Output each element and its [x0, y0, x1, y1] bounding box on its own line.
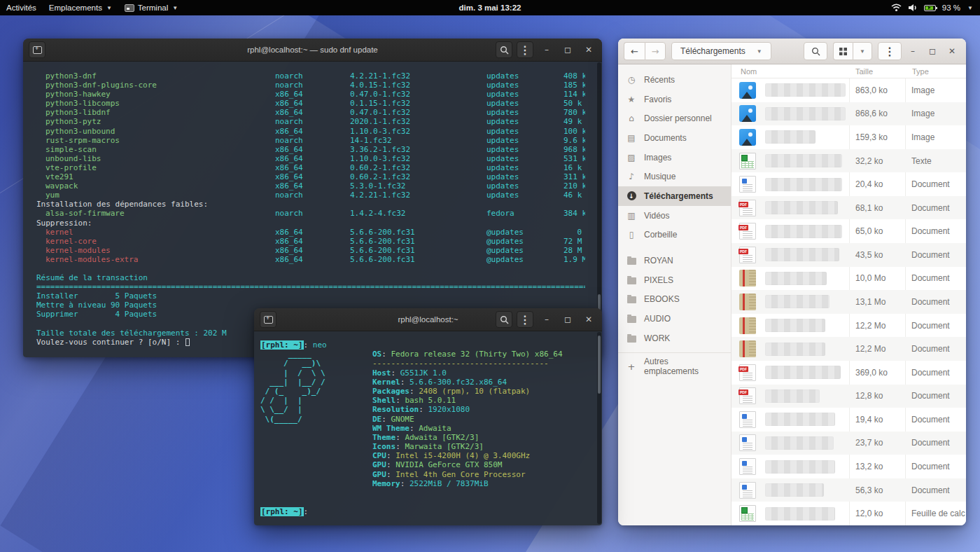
close-button[interactable]: ✕ [581, 45, 596, 55]
column-header-size[interactable]: Taille [849, 67, 905, 76]
file-row[interactable]: 43,5 koDocument [732, 243, 966, 267]
file-row[interactable]: 20,4 koDocument [732, 172, 966, 196]
terminal1-header-bar[interactable]: rphl@localhost:~ — sudo dnf update ⋮ – ◻… [23, 39, 602, 62]
back-button[interactable]: ← [624, 42, 645, 60]
maximize-button[interactable]: ◻ [924, 46, 941, 56]
column-header-name[interactable]: Nom [732, 67, 849, 76]
file-row[interactable]: 23,7 koDocument [732, 432, 966, 455]
file-type: Document [911, 415, 950, 425]
book-file-icon [739, 294, 756, 310]
maximize-button[interactable]: ◻ [560, 315, 575, 324]
terminal-text-line: Installation des dépendances faibles: [36, 200, 585, 209]
prompt-chip: [rphl: ~] [260, 340, 304, 350]
file-row[interactable]: 68,1 koDocument [732, 196, 966, 220]
system-status-area[interactable]: 93 % ▼ [891, 4, 980, 12]
search-icon [811, 47, 820, 56]
places-menu[interactable]: Emplacements ▼ [43, 0, 118, 15]
sidebar-item-label: EBOOKS [644, 294, 680, 304]
close-button[interactable]: ✕ [944, 46, 960, 56]
doc-file-icon [739, 176, 756, 193]
file-row[interactable]: 12,8 koDocument [732, 385, 966, 408]
scrollbar-handle[interactable] [598, 336, 601, 393]
sidebar-item-dossier-personnel[interactable]: ⌂Dossier personnel [618, 109, 731, 128]
search-button[interactable] [496, 41, 512, 58]
menu-button[interactable]: ⋮ [878, 42, 902, 60]
minimize-button[interactable]: – [539, 315, 554, 324]
doc-file-icon [739, 482, 756, 499]
pdf-file-icon [739, 364, 756, 381]
sidebar-item-recents[interactable]: ◷Récents [618, 70, 731, 90]
terminal2-scrollbar[interactable] [597, 332, 601, 524]
file-row[interactable]: 13,1 MoDocument [732, 290, 966, 314]
file-list: 863,0 koImage868,6 koImage159,3 koImage3… [732, 78, 966, 525]
file-size: 12,0 ko [855, 509, 883, 518]
sidebar-item-musique[interactable]: ♪Musique [618, 167, 731, 186]
sidebar-folder-audio[interactable]: AUDIO [618, 309, 731, 329]
sheet-file-icon [739, 505, 756, 522]
new-terminal-tab-button[interactable] [29, 41, 46, 58]
pdf-file-icon [739, 200, 756, 216]
pdf-file-icon [739, 247, 756, 263]
file-size: 10,0 Mo [855, 273, 886, 283]
file-type: Document [911, 203, 950, 213]
file-row[interactable]: 19,4 koDocument [732, 408, 966, 432]
sidebar-item-other-locations[interactable]: + Autres emplacements [618, 357, 731, 377]
terminal2-header-bar[interactable]: rphl@localhost:~ ⋮ – ◻ ✕ [254, 308, 602, 331]
file-type: Document [911, 250, 950, 260]
star-icon: ★ [626, 95, 636, 104]
menu-button[interactable]: ⋮ [517, 311, 533, 328]
terminal2-output[interactable]: [rphl: ~]: neo _____ / __)\ | / \ \ ___|… [254, 331, 602, 525]
minimize-button[interactable]: – [904, 46, 921, 56]
file-row[interactable]: 863,0 koImage [732, 78, 966, 102]
file-row[interactable]: 56,3 koDocument [732, 478, 966, 502]
activities-button[interactable]: Activités [0, 0, 43, 15]
file-row[interactable]: 369,0 koDocument [732, 361, 966, 385]
grid-view-button[interactable] [833, 42, 853, 60]
neofetch-line: OS: Fedora release 32 (Thirty Two) x86_6… [372, 350, 563, 359]
sidebar-item-images[interactable]: ▨Images [618, 148, 731, 167]
sidebar-item-telechargements[interactable]: ↓Téléchargements [618, 186, 731, 206]
forward-button[interactable]: → [645, 42, 666, 60]
file-row[interactable]: 12,2 MoDocument [732, 337, 966, 361]
minimize-button[interactable]: – [539, 45, 554, 55]
file-row[interactable]: 10,0 MoDocument [732, 267, 966, 291]
sidebar-folder-pixels[interactable]: PIXELS [618, 270, 731, 290]
search-icon [500, 315, 509, 324]
file-row[interactable]: 13,2 koDocument [732, 455, 966, 478]
list-column-headers[interactable]: Nom Taille Type [732, 64, 966, 78]
file-name-redacted [765, 343, 825, 356]
new-terminal-tab-button[interactable] [260, 311, 276, 328]
maximize-button[interactable]: ◻ [560, 45, 575, 55]
sidebar-item-documents[interactable]: ▤Documents [618, 128, 731, 148]
file-row[interactable]: 159,3 koImage [732, 125, 966, 149]
clock[interactable]: dim. 3 mai 13:22 [459, 4, 522, 12]
folder-icon [626, 333, 636, 343]
sidebar-item-videos[interactable]: ▥Vidéos [618, 206, 731, 226]
view-options-button[interactable]: ▼ [853, 42, 872, 60]
search-button[interactable] [804, 42, 827, 60]
package-row: python3-pytznoarch2020.1-1.fc32updates49… [36, 117, 585, 126]
sidebar-folder-royan[interactable]: ROYAN [618, 251, 731, 270]
sidebar-folder-ebooks[interactable]: EBOOKS [618, 290, 731, 310]
file-row[interactable]: 65,0 koDocument [732, 219, 966, 243]
files-header-bar[interactable]: ← → Téléchargements ▼ ▼ ⋮ – ◻ ✕ [618, 39, 966, 64]
file-row[interactable]: 12,0 koFeuille de calc [732, 502, 966, 525]
sidebar-item-favoris[interactable]: ★Favoris [618, 90, 731, 109]
close-button[interactable]: ✕ [581, 315, 596, 324]
file-type: Image [911, 85, 934, 95]
file-row[interactable]: 12,2 MoDocument [732, 314, 966, 338]
terminal-app-menu[interactable]: Terminal ▼ [118, 0, 184, 15]
neofetch-line: -------------------------------------- [372, 359, 563, 368]
search-button[interactable] [496, 311, 512, 328]
sidebar-item-label: Téléchargements [644, 191, 713, 201]
sidebar-item-label: Autres emplacements [644, 357, 722, 376]
file-row[interactable]: 32,2 koTexte [732, 149, 966, 173]
sidebar-folder-work[interactable]: WORK [618, 329, 731, 348]
file-row[interactable]: 868,6 koImage [732, 102, 966, 126]
menu-button[interactable]: ⋮ [517, 41, 533, 58]
column-header-type[interactable]: Type [905, 67, 929, 76]
sidebar-item-corbeille[interactable]: ▯Corbeille [618, 226, 731, 245]
package-row: python3-libcompsx86_640.1.15-1.fc32updat… [36, 99, 585, 108]
path-bar-button[interactable]: Téléchargements ▼ [671, 42, 771, 60]
file-type: Feuille de calc [911, 509, 965, 518]
